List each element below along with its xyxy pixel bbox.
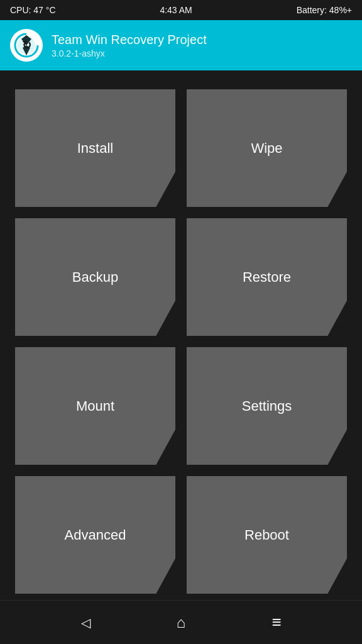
app-title: Team Win Recovery Project — [52, 33, 207, 47]
app-version: 3.0.2-1-ashyx — [52, 48, 207, 58]
back-button[interactable] — [72, 609, 99, 636]
status-bar: CPU: 47 °C 4:43 AM Battery: 48%+ — [0, 0, 362, 20]
home-button[interactable] — [167, 609, 195, 636]
reboot-button[interactable]: Reboot — [187, 476, 347, 594]
cpu-status: CPU: 47 °C — [10, 5, 56, 15]
backup-button[interactable]: Backup — [15, 218, 175, 336]
svg-text:↻: ↻ — [22, 39, 31, 52]
install-button[interactable]: Install — [15, 89, 175, 207]
main-grid: Install Wipe Backup Restore Mount Settin… — [0, 70, 362, 600]
restore-button[interactable]: Restore — [187, 218, 347, 336]
navigation-bar — [0, 600, 362, 644]
time-display: 4:43 AM — [160, 5, 192, 15]
recents-button[interactable] — [263, 609, 290, 636]
twrp-logo: ↻ — [10, 29, 43, 62]
advanced-button[interactable]: Advanced — [15, 476, 175, 594]
settings-button[interactable]: Settings — [187, 347, 347, 465]
battery-status: Battery: 48%+ — [297, 5, 352, 15]
mount-button[interactable]: Mount — [15, 347, 175, 465]
app-header: ↻ Team Win Recovery Project 3.0.2-1-ashy… — [0, 20, 362, 70]
wipe-button[interactable]: Wipe — [187, 89, 347, 207]
header-text: Team Win Recovery Project 3.0.2-1-ashyx — [52, 33, 207, 58]
